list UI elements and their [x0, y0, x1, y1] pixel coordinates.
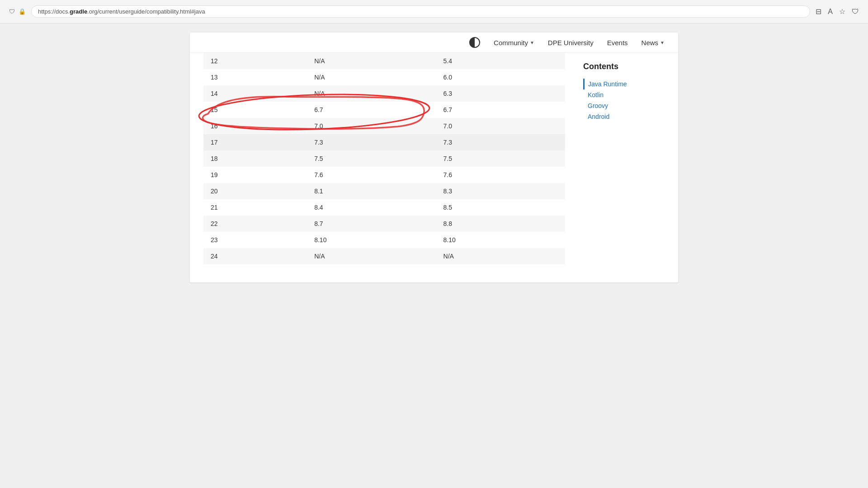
cell-java-version: 23 [203, 232, 307, 248]
cell-min-gradle: N/A [307, 53, 436, 69]
nav-news-label: News [642, 39, 659, 47]
url-text: https://docs.gradle.org/current/userguid… [38, 8, 205, 15]
cell-max-gradle: 7.6 [436, 167, 565, 183]
content-area: 12N/A5.413N/A6.014N/A6.3156.76.7167.07.0… [190, 53, 678, 282]
cell-java-version: 20 [203, 183, 307, 199]
nav-item-events[interactable]: Events [607, 39, 628, 47]
nav-community-label: Community [494, 39, 528, 47]
sidebar-link-java-runtime[interactable]: Java Runtime [583, 79, 665, 89]
theme-toggle-button[interactable] [469, 37, 480, 48]
lock-icon: 🔒 [19, 8, 26, 15]
cell-min-gradle: 7.0 [307, 118, 436, 134]
table-row: 156.76.7 [203, 102, 565, 118]
sidebar-link-kotlin[interactable]: Kotlin [583, 89, 665, 100]
cell-min-gradle: 6.7 [307, 102, 436, 118]
cell-min-gradle: 8.10 [307, 232, 436, 248]
table-row: 238.108.10 [203, 232, 565, 248]
browser-security-icons: 🛡 🔒 [9, 8, 26, 15]
cell-max-gradle: 8.8 [436, 216, 565, 232]
cell-java-version: 19 [203, 167, 307, 183]
cell-max-gradle: 7.3 [436, 134, 565, 150]
cell-min-gradle: N/A [307, 248, 436, 264]
cell-max-gradle: 8.3 [436, 183, 565, 199]
cell-min-gradle: 8.4 [307, 199, 436, 216]
browser-actions: ⊟ A ☆ 🛡 [816, 7, 859, 16]
cell-java-version: 18 [203, 150, 307, 167]
main-content: 12N/A5.413N/A6.014N/A6.3156.76.7167.07.0… [203, 53, 583, 264]
cell-java-version: 12 [203, 53, 307, 69]
cell-min-gradle: 7.6 [307, 167, 436, 183]
nav-item-news[interactable]: News ▼ [642, 39, 665, 47]
cell-java-version: 15 [203, 102, 307, 118]
cell-min-gradle: N/A [307, 69, 436, 85]
sidebar-title: Contents [583, 62, 665, 71]
table-row: 167.07.0 [203, 118, 565, 134]
compatibility-table: 12N/A5.413N/A6.014N/A6.3156.76.7167.07.0… [203, 53, 565, 264]
cell-max-gradle: 7.0 [436, 118, 565, 134]
cell-max-gradle: 5.4 [436, 53, 565, 69]
table-row: 197.67.6 [203, 167, 565, 183]
address-bar[interactable]: https://docs.gradle.org/current/userguid… [31, 5, 810, 18]
cell-min-gradle: 8.1 [307, 183, 436, 199]
table-row: 187.57.5 [203, 150, 565, 167]
cell-java-version: 16 [203, 118, 307, 134]
cell-min-gradle: 8.7 [307, 216, 436, 232]
table-row: 177.37.3 [203, 134, 565, 150]
cell-max-gradle: 6.7 [436, 102, 565, 118]
cell-min-gradle: 7.3 [307, 134, 436, 150]
cell-max-gradle: 8.5 [436, 199, 565, 216]
table-row: 12N/A5.4 [203, 53, 565, 69]
cell-max-gradle: 6.3 [436, 85, 565, 102]
translate-icon[interactable]: A [828, 8, 833, 16]
table-row: 14N/A6.3 [203, 85, 565, 102]
profile-icon[interactable]: 🛡 [852, 8, 859, 16]
cell-java-version: 24 [203, 248, 307, 264]
browser-chrome: 🛡 🔒 https://docs.gradle.org/current/user… [0, 0, 868, 23]
cell-java-version: 13 [203, 69, 307, 85]
table-row: 13N/A6.0 [203, 69, 565, 85]
table-row: 228.78.8 [203, 216, 565, 232]
site-nav: Community ▼ DPE University Events News ▼ [190, 33, 678, 53]
table-row: 208.18.3 [203, 183, 565, 199]
table-row: 24N/AN/A [203, 248, 565, 264]
table-wrapper: 12N/A5.413N/A6.014N/A6.3156.76.7167.07.0… [203, 53, 565, 264]
sidebar: Contents Java Runtime Kotlin Groovy Andr… [583, 53, 665, 264]
cell-max-gradle: 8.10 [436, 232, 565, 248]
chevron-down-icon: ▼ [530, 40, 534, 45]
cell-java-version: 22 [203, 216, 307, 232]
cell-min-gradle: N/A [307, 85, 436, 102]
sidebar-link-android[interactable]: Android [583, 111, 665, 122]
cell-max-gradle: N/A [436, 248, 565, 264]
bookmark-icon[interactable]: ☆ [839, 7, 845, 16]
sidebar-link-groovy[interactable]: Groovy [583, 100, 665, 111]
cell-java-version: 14 [203, 85, 307, 102]
nav-item-community[interactable]: Community ▼ [494, 39, 534, 47]
cell-java-version: 17 [203, 134, 307, 150]
nav-events-label: Events [607, 39, 628, 47]
cell-max-gradle: 6.0 [436, 69, 565, 85]
cell-min-gradle: 7.5 [307, 150, 436, 167]
nav-dpe-label: DPE University [548, 39, 594, 47]
reader-mode-icon[interactable]: ⊟ [816, 7, 821, 16]
cell-java-version: 21 [203, 199, 307, 216]
cell-max-gradle: 7.5 [436, 150, 565, 167]
chevron-down-icon-news: ▼ [660, 40, 665, 45]
page-wrapper: Community ▼ DPE University Events News ▼ [190, 33, 678, 282]
shield-icon: 🛡 [9, 8, 15, 15]
nav-item-dpe[interactable]: DPE University [548, 39, 594, 47]
table-row: 218.48.5 [203, 199, 565, 216]
